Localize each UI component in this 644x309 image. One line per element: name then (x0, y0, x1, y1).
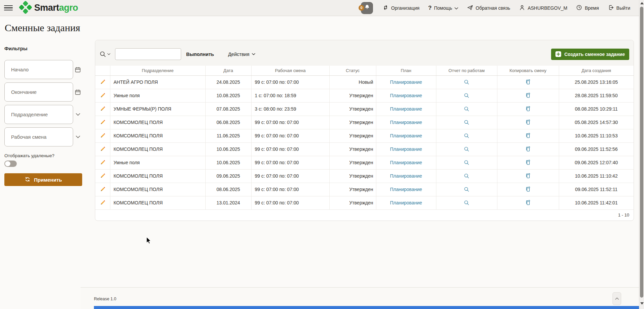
copy-pages-icon (525, 79, 531, 85)
department-cell: КОМСОМОЛЕЦ ПОЛЯ (110, 129, 205, 142)
plan-link[interactable]: Планирование (390, 146, 422, 152)
copy-shift-button[interactable] (524, 158, 532, 167)
scroll-to-top-button[interactable] (612, 292, 621, 305)
show-deleted-toggle[interactable] (4, 161, 17, 167)
work-report-button[interactable] (462, 185, 471, 194)
plan-link[interactable]: Планирование (390, 187, 422, 192)
column-header-plan[interactable]: План (376, 66, 436, 75)
start-date-picker-button[interactable] (74, 66, 82, 73)
work-report-button[interactable] (462, 158, 471, 167)
status-cell: Утвержден (329, 196, 376, 209)
copy-shift-button[interactable] (524, 145, 532, 153)
copy-shift-button[interactable] (524, 131, 532, 140)
date-cell: 10.06.2025 (205, 142, 251, 156)
logout-button[interactable]: Выйти (608, 4, 630, 12)
status-cell: Утвержден (329, 102, 376, 116)
table-row: КОМСОМОЛЕЦ ПОЛЯ 09.06.2025 99 с: 07:00 п… (95, 169, 634, 183)
column-header-report[interactable]: Отчет по работам (436, 66, 497, 75)
work-report-button[interactable] (462, 131, 471, 140)
end-date-picker-button[interactable] (74, 88, 82, 96)
mouse-cursor (146, 237, 153, 245)
work-report-button[interactable] (462, 145, 471, 153)
copy-shift-button[interactable] (524, 172, 532, 180)
feedback-button[interactable]: Обратная связь (467, 4, 510, 12)
status-cell: Утвержден (329, 142, 376, 156)
copy-shift-button[interactable] (524, 105, 532, 113)
work-report-button[interactable] (462, 172, 471, 180)
apply-filters-button[interactable]: Применить (4, 173, 82, 186)
created-cell: 09.06.2025 12:07:40 (559, 156, 634, 169)
search-options-button[interactable] (99, 51, 110, 58)
pencil-icon (100, 173, 106, 179)
time-button[interactable]: Время (576, 4, 599, 12)
edit-row-button[interactable] (98, 145, 107, 153)
edit-row-button[interactable] (98, 185, 107, 194)
plan-link[interactable]: Планирование (390, 133, 422, 138)
scrollbar-thumb[interactable] (640, 7, 643, 298)
copy-shift-button[interactable] (524, 78, 532, 86)
filters-heading: Фильтры (4, 46, 82, 51)
column-header-date[interactable]: Дата (205, 66, 251, 75)
column-header-copy[interactable]: Копировать смену (497, 66, 559, 75)
scrollbar-up-arrow[interactable] (640, 2, 644, 4)
edit-row-button[interactable] (98, 105, 107, 113)
shift-cell: 1 с: 07:00 по: 18:59 (251, 89, 329, 102)
magnifier-icon (464, 79, 470, 85)
search-input[interactable] (115, 48, 181, 60)
logo-text: Smartagro (34, 3, 78, 13)
notifications-button[interactable]: 0 (361, 2, 373, 14)
execute-search-button[interactable]: Выполнить (186, 52, 214, 57)
plan-link[interactable]: Планирование (390, 173, 422, 179)
plan-link[interactable]: Планирование (390, 93, 422, 98)
report-card: Выполнить Действия Создать сменное задан… (95, 40, 634, 221)
page-scrollbar[interactable] (639, 0, 644, 309)
column-header-status[interactable]: Статус (329, 66, 376, 75)
copy-shift-button[interactable] (524, 118, 532, 127)
plan-link[interactable]: Планирование (390, 120, 422, 125)
calendar-icon (74, 89, 81, 96)
edit-row-button[interactable] (98, 158, 107, 167)
work-report-button[interactable] (462, 78, 471, 86)
edit-row-button[interactable] (98, 118, 107, 127)
organization-button[interactable]: Организация (382, 4, 419, 12)
edit-row-button[interactable] (98, 172, 107, 180)
end-date-input[interactable] (4, 82, 73, 102)
hamburger-menu-button[interactable] (4, 4, 13, 12)
shift-select-chevron-button[interactable] (74, 133, 82, 141)
plan-link[interactable]: Планирование (390, 200, 422, 205)
column-header-created[interactable]: Дата создания (559, 66, 634, 75)
work-report-button[interactable] (462, 198, 471, 207)
department-select-chevron-button[interactable] (74, 111, 82, 118)
plan-link[interactable]: Планирование (390, 160, 422, 165)
plan-link[interactable]: Планирование (390, 106, 422, 112)
copy-shift-button[interactable] (524, 185, 532, 194)
edit-row-button[interactable] (98, 131, 107, 140)
department-cell: КОМСОМОЛЕЦ ПОЛЯ (110, 196, 205, 209)
work-report-button[interactable] (462, 118, 471, 127)
shift-select[interactable]: Рабочая смена (4, 127, 73, 146)
shift-cell: 99 с: 07:00 по: 07:00 (251, 169, 329, 183)
scrollbar-down-arrow[interactable] (640, 302, 644, 305)
start-date-input[interactable] (4, 60, 73, 79)
actions-menu-button[interactable]: Действия (228, 52, 255, 57)
edit-row-button[interactable] (98, 91, 107, 100)
help-button[interactable]: ? Помощь (428, 5, 458, 11)
department-select[interactable]: Подразделение (4, 105, 73, 124)
plan-link[interactable]: Планирование (390, 79, 422, 85)
calendar-icon (74, 66, 81, 73)
pencil-icon (100, 106, 106, 112)
column-header-department[interactable]: Подразделение (110, 66, 205, 75)
release-version: Release 1.0 (94, 297, 116, 301)
column-header-shift[interactable]: Рабочая смена (251, 66, 329, 75)
edit-row-button[interactable] (98, 198, 107, 207)
edit-row-button[interactable] (98, 78, 107, 86)
app-logo[interactable]: Smartagro (18, 0, 78, 16)
create-shift-task-button[interactable]: Создать сменное задание (551, 49, 629, 60)
work-report-button[interactable] (462, 105, 471, 113)
user-menu-button[interactable]: ASHURBEGOV_M (519, 4, 567, 12)
copy-shift-button[interactable] (524, 198, 532, 207)
copy-shift-button[interactable] (524, 91, 532, 100)
magnifier-icon (464, 200, 470, 206)
work-report-button[interactable] (462, 91, 471, 100)
magnifier-icon (464, 146, 470, 152)
